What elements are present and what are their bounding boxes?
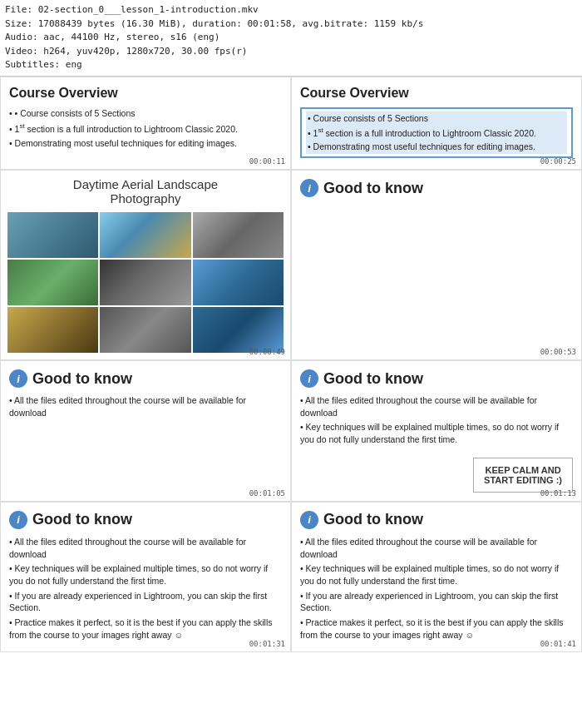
- timestamp-gtk-left-mid: 00:01:05: [249, 489, 285, 498]
- photo-4: [7, 260, 98, 305]
- photo-7: [7, 307, 98, 353]
- timestamp-gtk-left-bottom: 00:01:31: [249, 640, 285, 648]
- file-info-block: File: 02-section_0___lesson_1-introducti…: [0, 0, 582, 77]
- photo-1: [7, 212, 98, 258]
- timestamp-landscape: 00:00:49: [249, 348, 285, 356]
- good-to-know-right-bottom-label: Good to know: [323, 511, 423, 528]
- good-to-know-right-bottom-header: i Good to know: [300, 511, 573, 529]
- photo-5: [100, 260, 190, 305]
- timestamp-course-left: 00:00:11: [249, 157, 285, 166]
- main-grid: Course Overview • Course consists of 5 S…: [0, 77, 582, 653]
- course-overview-left-title: Course Overview: [9, 86, 282, 101]
- gtk-rb-bullet3: If you are already experienced in Lightr…: [300, 590, 573, 614]
- gtk-right-mid-bullet2: Key techniques will be explained multipl…: [300, 421, 573, 445]
- photo-2: [100, 212, 190, 258]
- file-line4: Video: h264, yuv420p, 1280x720, 30.00 fp…: [5, 45, 577, 59]
- good-to-know-right-mid-header: i Good to know: [300, 369, 573, 388]
- hl-line2: • 1st section is a full introduction to …: [306, 125, 567, 140]
- good-to-know-left-bottom-label: Good to know: [32, 511, 132, 528]
- hl-line3: • Demonstrating most useful techniques f…: [306, 140, 567, 154]
- gtk-lb-bullet1: All the files edited throughout the cour…: [9, 536, 282, 560]
- good-to-know-empty-label: Good to know: [323, 180, 423, 197]
- good-to-know-right-bottom-cell: i Good to know All the files edited thro…: [291, 502, 582, 653]
- file-line5: Subtitles: eng: [5, 58, 577, 72]
- photo-9: [193, 307, 284, 353]
- info-icon-right-bottom: i: [300, 511, 318, 529]
- file-line2: Size: 17088439 bytes (16.30 MiB), durati…: [5, 17, 577, 32]
- timestamp-gtk-right-mid: 00:01:13: [540, 489, 576, 498]
- gtk-rb-bullet2: Key techniques will be explained multipl…: [300, 562, 573, 587]
- good-to-know-empty-cell: i Good to know 00:00:53: [291, 170, 582, 360]
- course-overview-left-cell: Course Overview • Course consists of 5 S…: [0, 77, 291, 171]
- photo-grid: [7, 212, 284, 353]
- highlighted-box: • Course consists of 5 Sections • 1st se…: [300, 107, 573, 159]
- good-to-know-right-mid-label: Good to know: [323, 370, 423, 388]
- gtk-lb-bullet3: If you are already experienced in Lightr…: [9, 590, 282, 614]
- gtk-right-mid-bullet1: All the files edited throughout the cour…: [300, 394, 573, 418]
- landscape-title: Daytime Aerial LandscapePhotography: [73, 177, 218, 206]
- gtk-lb-bullet4: Practice makes it perfect, so it is the …: [9, 617, 282, 641]
- timestamp-gtk-right-bottom: 00:01:41: [540, 640, 576, 648]
- hl-line1: • Course consists of 5 Sections: [306, 111, 567, 126]
- good-to-know-right-mid-cell: i Good to know All the files edited thro…: [291, 360, 582, 502]
- bullet-intro-left: • 1st section is a full introduction to …: [9, 121, 282, 135]
- good-to-know-left-mid-cell: i Good to know All the files edited thro…: [0, 360, 291, 502]
- info-icon-left-bottom: i: [9, 511, 27, 529]
- keep-calm-container: KEEP CALM ANDSTART EDITING :): [300, 451, 573, 493]
- good-to-know-left-bottom-header: i Good to know: [9, 511, 282, 529]
- course-overview-right-title: Course Overview: [300, 86, 573, 101]
- good-to-know-left-mid-header: i Good to know: [9, 369, 282, 388]
- bullet-sections-left: • Course consists of 5 Sections: [9, 107, 282, 120]
- photo-3: [193, 212, 284, 258]
- keep-calm-box: KEEP CALM ANDSTART EDITING :): [473, 458, 573, 493]
- good-to-know-left-bottom-cell: i Good to know All the files edited thro…: [0, 502, 291, 653]
- course-overview-right-cell: Course Overview • Course consists of 5 S…: [291, 77, 582, 171]
- gtk-lb-bullet2: Key techniques will be explained multipl…: [9, 562, 282, 587]
- gtk-left-mid-bullet1: All the files edited throughout the cour…: [9, 394, 282, 418]
- timestamp-gtk-empty: 00:00:53: [540, 348, 576, 356]
- gtk-rb-bullet4: Practice makes it perfect, so it is the …: [300, 617, 573, 641]
- photo-6: [193, 260, 284, 305]
- info-icon-left-mid: i: [9, 369, 27, 388]
- info-icon-empty: i: [300, 179, 318, 197]
- info-icon-right-mid: i: [300, 369, 318, 388]
- file-line3: Audio: aac, 44100 Hz, stereo, s16 (eng): [5, 31, 577, 45]
- file-line1: File: 02-section_0___lesson_1-introducti…: [5, 3, 577, 17]
- good-to-know-left-mid-label: Good to know: [32, 370, 132, 388]
- gtk-rb-bullet1: All the files edited throughout the cour…: [300, 536, 573, 560]
- landscape-cell: Daytime Aerial LandscapePhotography 00:0…: [0, 170, 291, 360]
- photo-8: [100, 307, 190, 353]
- timestamp-course-right: 00:00:25: [540, 157, 576, 166]
- good-to-know-empty-header: i Good to know: [300, 179, 573, 197]
- bullet-techniques-left: Demonstrating most useful techniques for…: [9, 137, 282, 150]
